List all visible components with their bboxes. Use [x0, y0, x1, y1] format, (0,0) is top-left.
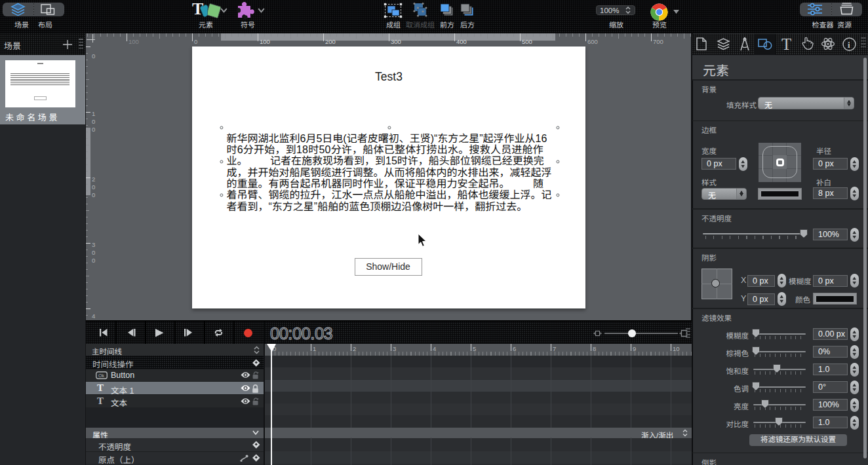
- svg-text:Ok: Ok: [98, 373, 104, 378]
- svg-text:i: i: [848, 40, 850, 50]
